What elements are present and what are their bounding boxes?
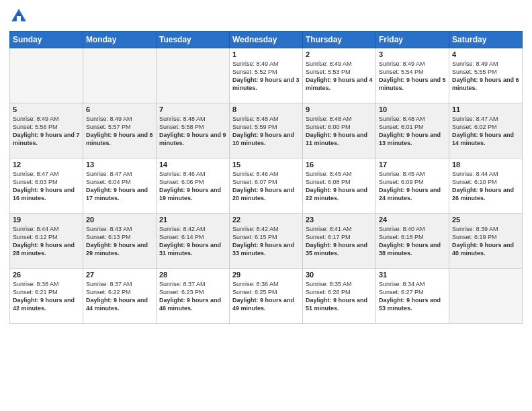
calendar-cell: 24Sunrise: 8:40 AMSunset: 6:18 PMDayligh… [376,214,449,269]
day-number: 1 [232,50,300,58]
cell-info: Sunrise: 8:49 AMSunset: 5:56 PMDaylight:… [13,115,80,148]
weekday-header-thursday: Thursday [303,32,376,48]
calendar-cell: 14Sunrise: 8:46 AMSunset: 6:06 PMDayligh… [157,158,230,214]
day-number: 20 [86,216,153,224]
cell-info: Sunrise: 8:47 AMSunset: 6:02 PMDaylight:… [452,115,519,148]
day-number: 6 [86,105,153,113]
calendar-cell: 15Sunrise: 8:46 AMSunset: 6:07 PMDayligh… [230,158,303,214]
day-number: 24 [379,216,446,224]
day-number: 26 [13,271,80,279]
calendar-cell: 17Sunrise: 8:45 AMSunset: 6:09 PMDayligh… [376,158,449,214]
day-number: 14 [159,161,226,169]
calendar-cell: 27Sunrise: 8:37 AMSunset: 6:22 PMDayligh… [83,269,157,324]
day-number: 18 [452,161,519,169]
cell-info: Sunrise: 8:47 AMSunset: 6:04 PMDaylight:… [86,170,153,203]
weekday-header-row: SundayMondayTuesdayWednesdayThursdayFrid… [10,32,523,48]
cell-info: Sunrise: 8:45 AMSunset: 6:08 PMDaylight:… [306,170,373,203]
day-number: 31 [379,271,446,279]
day-number: 8 [232,105,300,113]
calendar-cell: 31Sunrise: 8:34 AMSunset: 6:27 PMDayligh… [376,269,449,324]
weekday-header-wednesday: Wednesday [230,32,303,48]
calendar-cell: 12Sunrise: 8:47 AMSunset: 6:03 PMDayligh… [10,158,83,214]
cell-info: Sunrise: 8:48 AMSunset: 5:58 PMDaylight:… [159,115,226,148]
cell-info: Sunrise: 8:49 AMSunset: 5:52 PMDaylight:… [232,60,300,93]
day-number: 3 [379,50,446,58]
calendar-cell: 29Sunrise: 8:36 AMSunset: 6:25 PMDayligh… [230,269,303,324]
weekday-header-sunday: Sunday [10,32,83,48]
calendar-cell: 18Sunrise: 8:44 AMSunset: 6:10 PMDayligh… [449,158,523,214]
day-number: 22 [232,216,300,224]
calendar-week-row: 5Sunrise: 8:49 AMSunset: 5:56 PMDaylight… [10,103,523,158]
calendar-week-row: 19Sunrise: 8:44 AMSunset: 6:12 PMDayligh… [10,214,523,269]
cell-info: Sunrise: 8:37 AMSunset: 6:23 PMDaylight:… [159,280,226,313]
calendar-cell: 8Sunrise: 8:48 AMSunset: 5:59 PMDaylight… [230,103,303,158]
cell-info: Sunrise: 8:48 AMSunset: 6:01 PMDaylight:… [379,115,446,148]
weekday-header-saturday: Saturday [449,32,523,48]
calendar-cell: 13Sunrise: 8:47 AMSunset: 6:04 PMDayligh… [83,158,157,214]
header [9,7,523,26]
weekday-header-tuesday: Tuesday [157,32,230,48]
calendar-cell [83,48,157,103]
calendar-cell: 21Sunrise: 8:42 AMSunset: 6:14 PMDayligh… [157,214,230,269]
calendar-cell: 30Sunrise: 8:35 AMSunset: 6:26 PMDayligh… [303,269,376,324]
cell-info: Sunrise: 8:48 AMSunset: 5:59 PMDaylight:… [232,115,300,148]
day-number: 16 [306,161,373,169]
day-number: 25 [452,216,519,224]
logo-icon [9,7,28,26]
day-number: 4 [452,50,519,58]
day-number: 9 [306,105,373,113]
cell-info: Sunrise: 8:39 AMSunset: 6:19 PMDaylight:… [452,225,519,258]
cell-info: Sunrise: 8:44 AMSunset: 6:10 PMDaylight:… [452,170,519,203]
calendar-cell: 3Sunrise: 8:49 AMSunset: 5:54 PMDaylight… [376,48,449,103]
cell-info: Sunrise: 8:37 AMSunset: 6:22 PMDaylight:… [86,280,153,313]
cell-info: Sunrise: 8:41 AMSunset: 6:17 PMDaylight:… [306,225,373,258]
calendar-week-row: 1Sunrise: 8:49 AMSunset: 5:52 PMDaylight… [10,48,523,103]
cell-info: Sunrise: 8:49 AMSunset: 5:55 PMDaylight:… [452,60,519,93]
calendar-cell: 16Sunrise: 8:45 AMSunset: 6:08 PMDayligh… [303,158,376,214]
calendar-cell: 4Sunrise: 8:49 AMSunset: 5:55 PMDaylight… [449,48,523,103]
calendar-cell: 9Sunrise: 8:48 AMSunset: 6:00 PMDaylight… [303,103,376,158]
day-number: 29 [232,271,300,279]
logo [9,7,31,26]
weekday-header-monday: Monday [83,32,157,48]
calendar-cell: 1Sunrise: 8:49 AMSunset: 5:52 PMDaylight… [230,48,303,103]
calendar-week-row: 12Sunrise: 8:47 AMSunset: 6:03 PMDayligh… [10,158,523,214]
cell-info: Sunrise: 8:45 AMSunset: 6:09 PMDaylight:… [379,170,446,203]
cell-info: Sunrise: 8:36 AMSunset: 6:25 PMDaylight:… [232,280,300,313]
cell-info: Sunrise: 8:43 AMSunset: 6:13 PMDaylight:… [86,225,153,258]
calendar-cell: 20Sunrise: 8:43 AMSunset: 6:13 PMDayligh… [83,214,157,269]
cell-info: Sunrise: 8:44 AMSunset: 6:12 PMDaylight:… [13,225,80,258]
day-number: 30 [306,271,373,279]
day-number: 2 [306,50,373,58]
calendar-cell: 6Sunrise: 8:49 AMSunset: 5:57 PMDaylight… [83,103,157,158]
day-number: 7 [159,105,226,113]
calendar-cell: 2Sunrise: 8:49 AMSunset: 5:53 PMDaylight… [303,48,376,103]
cell-info: Sunrise: 8:49 AMSunset: 5:57 PMDaylight:… [86,115,153,148]
day-number: 28 [159,271,226,279]
cell-info: Sunrise: 8:40 AMSunset: 6:18 PMDaylight:… [379,225,446,258]
calendar-cell: 19Sunrise: 8:44 AMSunset: 6:12 PMDayligh… [10,214,83,269]
calendar-cell: 22Sunrise: 8:42 AMSunset: 6:15 PMDayligh… [230,214,303,269]
cell-info: Sunrise: 8:47 AMSunset: 6:03 PMDaylight:… [13,170,80,203]
calendar-cell [449,269,523,324]
cell-info: Sunrise: 8:35 AMSunset: 6:26 PMDaylight:… [306,280,373,313]
calendar-cell: 25Sunrise: 8:39 AMSunset: 6:19 PMDayligh… [449,214,523,269]
day-number: 10 [379,105,446,113]
day-number: 27 [86,271,153,279]
calendar-cell: 23Sunrise: 8:41 AMSunset: 6:17 PMDayligh… [303,214,376,269]
cell-info: Sunrise: 8:49 AMSunset: 5:54 PMDaylight:… [379,60,446,93]
cell-info: Sunrise: 8:48 AMSunset: 6:00 PMDaylight:… [306,115,373,148]
svg-rect-2 [17,16,21,21]
calendar-table: SundayMondayTuesdayWednesdayThursdayFrid… [9,31,523,324]
cell-info: Sunrise: 8:46 AMSunset: 6:06 PMDaylight:… [159,170,226,203]
calendar-cell [157,48,230,103]
day-number: 23 [306,216,373,224]
calendar-cell: 7Sunrise: 8:48 AMSunset: 5:58 PMDaylight… [157,103,230,158]
day-number: 21 [159,216,226,224]
calendar-cell [10,48,83,103]
calendar-cell: 28Sunrise: 8:37 AMSunset: 6:23 PMDayligh… [157,269,230,324]
cell-info: Sunrise: 8:42 AMSunset: 6:14 PMDaylight:… [159,225,226,258]
calendar-cell: 10Sunrise: 8:48 AMSunset: 6:01 PMDayligh… [376,103,449,158]
cell-info: Sunrise: 8:42 AMSunset: 6:15 PMDaylight:… [232,225,300,258]
calendar-cell: 5Sunrise: 8:49 AMSunset: 5:56 PMDaylight… [10,103,83,158]
